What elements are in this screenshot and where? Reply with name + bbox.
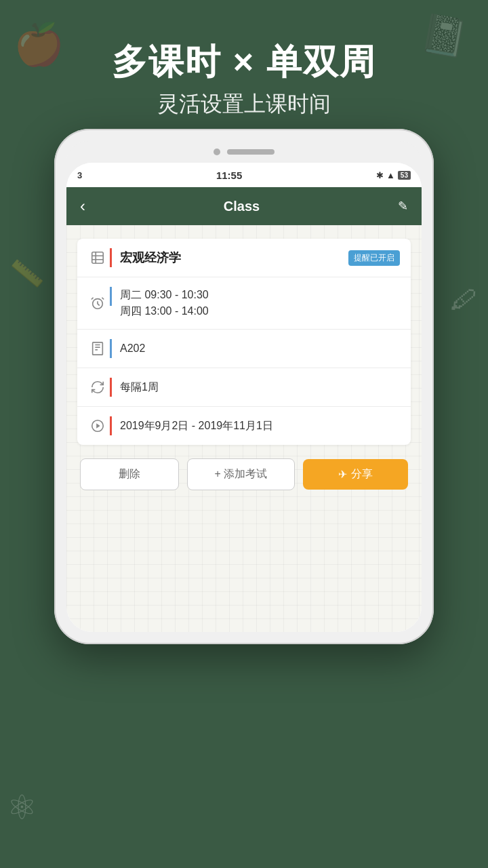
pen-decoration: 🖊 [449,283,479,316]
camera-dot [214,149,220,155]
svg-rect-7 [93,342,103,355]
time-row: 周二 09:30 - 10:30 周四 13:00 - 14:00 [77,277,411,330]
location-icon [88,341,107,356]
status-right-icons: ✱ ▲ 53 [376,170,411,180]
reminder-badge-container: 提醒已开启 [348,250,400,266]
time-line2: 周四 13:00 - 14:00 [120,303,400,319]
delete-button[interactable]: 删除 [80,458,179,490]
interval-divider [110,378,112,397]
date-range-row: 2019年9月2日 - 2019年11月1日 [77,407,411,445]
bottom-buttons: 删除 + 添加考试 ✈ 分享 [77,458,411,490]
date-range-content: 2019年9月2日 - 2019年11月1日 [120,418,400,434]
play-icon [88,418,107,433]
phone-mockup: 3 11:55 ✱ ▲ 53 ‹ Class ✎ [54,129,434,644]
sub-title: 灵活设置上课时间 [0,90,488,119]
status-bar: 3 11:55 ✱ ▲ 53 [66,163,422,187]
content-area: 宏观经济学 提醒已开启 [66,225,422,632]
svg-line-6 [102,298,104,300]
interval-row: 每隔1周 [77,368,411,407]
status-time: 11:55 [216,170,242,181]
book-icon [88,250,107,265]
app-header: ‹ Class ✎ [66,187,422,225]
svg-marker-12 [96,423,100,428]
course-name-text: 宏观经济学 [120,251,181,264]
location-divider [110,339,112,358]
status-left-indicator: 3 [77,170,82,180]
share-label: 分享 [351,467,373,481]
ruler-decoration: 📏 [9,256,45,291]
header-title: Class [224,199,260,214]
share-icon: ✈ [338,468,347,481]
interval-content: 每隔1周 [120,379,400,395]
molecule-decoration: ⚛ [7,788,37,827]
speaker-bar [227,149,274,155]
bluetooth-icon: ✱ [376,170,384,180]
main-title: 多课时 × 单双周 [0,41,488,83]
time-line1: 周二 09:30 - 10:30 [120,287,400,303]
course-name-row: 宏观经济学 提醒已开启 [77,239,411,277]
detail-card: 宏观经济学 提醒已开启 [77,239,411,445]
name-divider [110,248,112,267]
back-button[interactable]: ‹ [80,197,85,216]
reminder-badge: 提醒已开启 [348,250,400,266]
time-divider [110,287,112,306]
location-row: A202 [77,330,411,368]
alarm-icon [88,296,107,311]
wifi-icon: ▲ [386,170,395,180]
svg-rect-0 [92,252,104,264]
location-content: A202 [120,340,400,357]
battery-indicator: 53 [398,171,411,180]
top-section: 多课时 × 单双周 灵活设置上课时间 [0,0,488,119]
edit-button[interactable]: ✎ [398,199,408,214]
share-button[interactable]: ✈ 分享 [303,459,408,490]
course-name-content: 宏观经济学 [120,249,348,267]
svg-line-5 [92,298,94,300]
add-exam-button[interactable]: + 添加考试 [187,458,295,490]
repeat-icon [88,380,107,395]
date-divider [110,416,112,435]
phone-top-bar [66,141,422,163]
phone-outer-shell: 3 11:55 ✱ ▲ 53 ‹ Class ✎ [54,129,434,644]
phone-screen: 3 11:55 ✱ ▲ 53 ‹ Class ✎ [66,163,422,632]
time-content: 周二 09:30 - 10:30 周四 13:00 - 14:00 [120,287,400,319]
